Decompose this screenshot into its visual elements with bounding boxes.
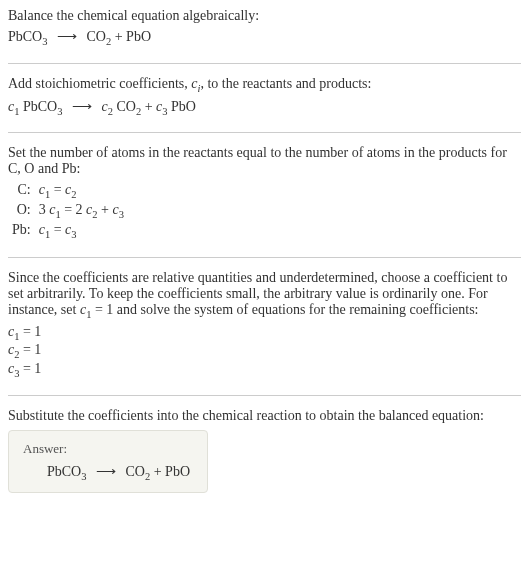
product-co2: CO2 [86,29,111,44]
atom-label-c: C: [8,181,35,201]
coef-c3: c3 = 1 [8,361,521,379]
solve-title: Since the coefficients are relative quan… [8,270,521,320]
unbalanced-equation: PbCO3 ⟶ CO2 + PbO [8,28,521,47]
section-add-coefficients: Add stoichiometric coefficients, ci, to … [8,76,521,117]
product-pbo: PbO [165,464,190,479]
section-balance-prompt: Balance the chemical equation algebraica… [8,8,521,47]
arrow-icon: ⟶ [72,98,92,115]
atom-label-pb: Pb: [8,221,35,241]
divider [8,132,521,133]
atom-equations-table: C: c1 = c2 O: 3 c1 = 2 c2 + c3 Pb: c1 = … [8,181,128,240]
coefficient-solutions: c1 = 1 c2 = 1 c3 = 1 [8,324,521,379]
coef-c2: c2 = 1 [8,342,521,360]
answer-box: Answer: PbCO3 ⟶ CO2 + PbO [8,430,208,493]
table-row: C: c1 = c2 [8,181,128,201]
coef-equation: c1 PbCO3 ⟶ c2 CO2 + c3 PbO [8,98,521,117]
balance-title: Balance the chemical equation algebraica… [8,8,521,24]
arrow-icon: ⟶ [57,28,77,45]
atom-eq-c: c1 = c2 [35,181,128,201]
atom-balance-title: Set the number of atoms in the reactants… [8,145,521,177]
reactant-pbco3: PbCO3 [47,464,86,479]
section-result: Substitute the coefficients into the che… [8,408,521,493]
product-co2: CO2 [125,464,150,479]
table-row: O: 3 c1 = 2 c2 + c3 [8,201,128,221]
atom-label-o: O: [8,201,35,221]
balanced-equation: PbCO3 ⟶ CO2 + PbO [23,463,193,482]
add-coef-title: Add stoichiometric coefficients, ci, to … [8,76,521,94]
plus: + [111,29,126,44]
atom-eq-o: 3 c1 = 2 c2 + c3 [35,201,128,221]
result-title: Substitute the coefficients into the che… [8,408,521,424]
reactant-pbco3: PbCO3 [8,29,47,44]
table-row: Pb: c1 = c3 [8,221,128,241]
arrow-icon: ⟶ [96,463,116,480]
atom-eq-pb: c1 = c3 [35,221,128,241]
product-pbo: PbO [126,29,151,44]
plus: + [150,464,165,479]
divider [8,257,521,258]
coef-c1: c1 = 1 [8,324,521,342]
divider [8,395,521,396]
divider [8,63,521,64]
section-solve: Since the coefficients are relative quan… [8,270,521,379]
answer-label: Answer: [23,441,193,457]
section-atom-balance: Set the number of atoms in the reactants… [8,145,521,240]
